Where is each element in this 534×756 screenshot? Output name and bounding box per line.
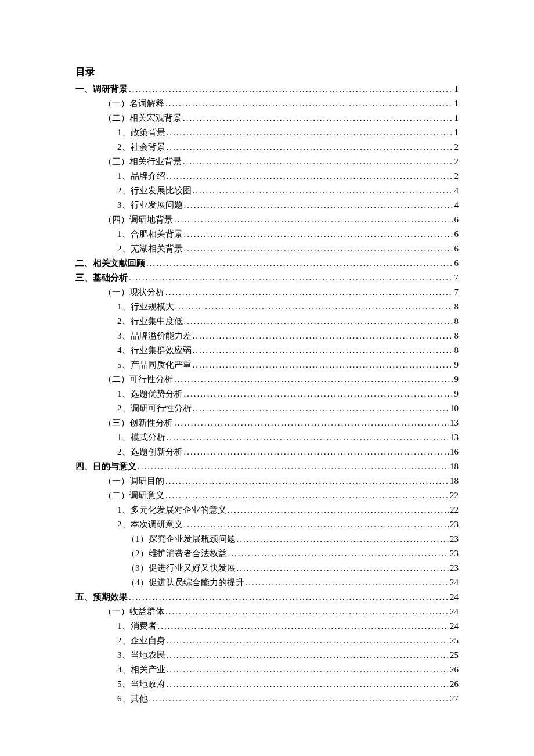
toc-entry: （一）调研目的18 xyxy=(75,474,459,488)
toc-dot-leader xyxy=(184,517,449,531)
toc-entry: 五、预期效果24 xyxy=(75,590,459,604)
toc-entry: 3、品牌溢价能力差8 xyxy=(75,329,459,343)
toc-entry-label: 1、消费者 xyxy=(117,619,157,633)
toc-entry-label: 1、选题优势分析 xyxy=(117,387,183,401)
toc-entry: 3、行业发展问题4 xyxy=(75,198,459,212)
toc-entry-page: 26 xyxy=(450,663,459,676)
toc-entry-label: （2）维护消费者合法权益 xyxy=(127,546,227,560)
toc-entry-page: 8 xyxy=(454,329,459,343)
toc-container: 一、调研背景1（一）名词解释1（二）相关宏观背景11、政策背景12、社会背景2（… xyxy=(75,82,459,705)
toc-entry-page: 24 xyxy=(450,575,459,589)
toc-dot-leader xyxy=(167,125,453,139)
toc-entry: （二）调研意义22 xyxy=(75,488,459,502)
toc-entry-page: 16 xyxy=(450,445,459,459)
toc-dot-leader xyxy=(193,401,449,415)
toc-entry-page: 24 xyxy=(450,619,459,633)
toc-entry-label: 2、芜湖相关背景 xyxy=(117,242,183,255)
toc-dot-leader xyxy=(184,242,453,255)
toc-entry-page: 6 xyxy=(454,227,459,241)
toc-dot-leader xyxy=(184,314,453,328)
toc-entry-page: 9 xyxy=(454,387,459,401)
toc-entry-page: 25 xyxy=(450,648,459,662)
toc-entry: （一）现状分析7 xyxy=(75,285,459,299)
toc-entry-page: 23 xyxy=(450,517,459,531)
toc-entry-page: 24 xyxy=(450,604,459,618)
toc-entry-page: 18 xyxy=(450,474,459,488)
toc-entry-label: （1）探究企业发展瓶颈问题 xyxy=(127,532,236,546)
toc-dot-leader xyxy=(165,604,449,618)
toc-entry-label: 1、行业规模大 xyxy=(117,300,174,314)
toc-entry: （二）可行性分析9 xyxy=(75,372,459,386)
toc-entry-page: 8 xyxy=(454,314,459,328)
toc-entry-label: （三）创新性分析 xyxy=(103,416,173,430)
toc-entry-label: 2、行业集中度低 xyxy=(117,314,183,328)
toc-entry-label: 1、合肥相关背景 xyxy=(117,227,183,241)
toc-entry-page: 2 xyxy=(454,154,459,168)
toc-entry-page: 1 xyxy=(454,125,459,139)
toc-entry-page: 22 xyxy=(450,503,459,517)
toc-entry-label: （二）可行性分析 xyxy=(103,372,173,386)
toc-entry-label: 5、当地政府 xyxy=(117,677,165,691)
toc-entry-page: 2 xyxy=(454,140,459,154)
toc-dot-leader xyxy=(228,546,449,560)
toc-entry-label: 5、产品同质化严重 xyxy=(117,358,192,372)
toc-entry-label: 二、相关文献回顾 xyxy=(75,256,145,270)
toc-entry-page: 7 xyxy=(454,271,459,285)
toc-dot-leader xyxy=(193,183,453,197)
toc-entry-page: 1 xyxy=(454,82,459,96)
toc-entry-label: （4）促进队员综合能力的提升 xyxy=(127,575,244,589)
toc-entry-label: 1、品牌介绍 xyxy=(117,169,165,183)
toc-entry-page: 1 xyxy=(454,96,459,110)
toc-entry-page: 9 xyxy=(454,372,459,386)
toc-dot-leader xyxy=(165,96,453,110)
toc-entry: 1、政策背景1 xyxy=(75,125,459,139)
toc-entry: 1、模式分析13 xyxy=(75,430,459,444)
toc-entry-page: 18 xyxy=(450,459,459,473)
toc-entry: 1、多元化发展对企业的意义22 xyxy=(75,503,459,517)
toc-entry: （2）维护消费者合法权益23 xyxy=(75,546,459,560)
toc-entry-label: 2、选题创新分析 xyxy=(117,445,183,459)
toc-entry-page: 27 xyxy=(450,692,459,705)
toc-dot-leader xyxy=(183,111,453,125)
toc-entry: 1、消费者24 xyxy=(75,619,459,633)
toc-entry-label: 1、模式分析 xyxy=(117,430,165,444)
toc-entry-page: 1 xyxy=(454,111,459,125)
toc-entry-label: 四、目的与意义 xyxy=(75,459,136,473)
toc-entry: 4、相关产业26 xyxy=(75,663,459,676)
toc-dot-leader xyxy=(165,488,449,502)
toc-entry-label: 1、多元化发展对企业的意义 xyxy=(117,503,226,517)
toc-dot-leader xyxy=(129,82,453,96)
toc-dot-leader xyxy=(237,532,449,546)
toc-entry: 5、当地政府26 xyxy=(75,677,459,691)
toc-entry-label: 3、当地农民 xyxy=(117,648,165,662)
toc-dot-leader xyxy=(167,663,449,676)
toc-dot-leader xyxy=(129,590,449,604)
toc-entry-page: 6 xyxy=(454,213,459,226)
toc-dot-leader xyxy=(167,677,449,691)
toc-entry-label: （一）名词解释 xyxy=(103,96,164,110)
toc-entry-page: 9 xyxy=(454,358,459,372)
toc-entry-label: 3、品牌溢价能力差 xyxy=(117,329,192,343)
toc-entry: 1、品牌介绍2 xyxy=(75,169,459,183)
toc-entry-label: 2、本次调研意义 xyxy=(117,517,183,531)
toc-entry: 1、选题优势分析9 xyxy=(75,387,459,401)
toc-entry: 2、选题创新分析16 xyxy=(75,445,459,459)
toc-entry: 6、其他27 xyxy=(75,692,459,705)
toc-dot-leader xyxy=(184,227,453,241)
toc-dot-leader xyxy=(174,416,449,430)
toc-entry-label: （一）收益群体 xyxy=(103,604,164,618)
toc-entry-label: 6、其他 xyxy=(117,692,148,705)
toc-dot-leader xyxy=(184,198,453,212)
toc-dot-leader xyxy=(193,358,453,372)
toc-entry-page: 10 xyxy=(450,401,459,415)
toc-entry-label: 五、预期效果 xyxy=(75,590,128,604)
toc-dot-leader xyxy=(167,140,453,154)
toc-dot-leader xyxy=(165,474,449,488)
toc-entry: 2、行业发展比较图4 xyxy=(75,183,459,197)
toc-entry: （三）创新性分析13 xyxy=(75,416,459,430)
toc-entry-page: 25 xyxy=(450,633,459,647)
toc-dot-leader xyxy=(174,213,453,226)
toc-dot-leader xyxy=(193,329,453,343)
toc-entry: 1、行业规模大8 xyxy=(75,300,459,314)
toc-entry-page: 8 xyxy=(454,343,459,357)
